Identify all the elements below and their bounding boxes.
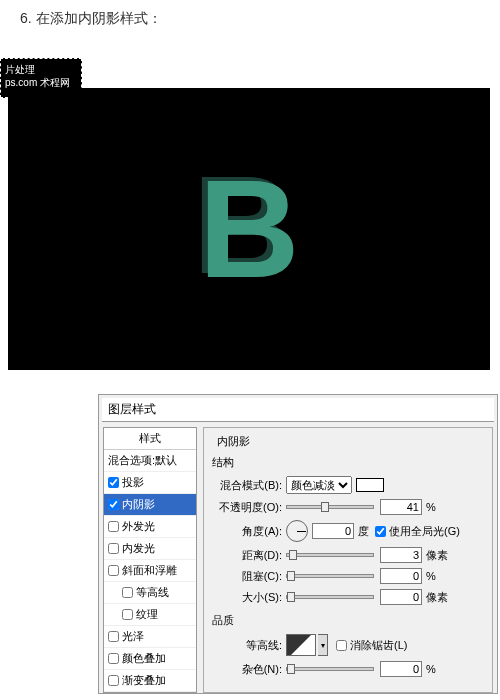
size-row: 大小(S): 像素: [210, 589, 486, 605]
style-item-11[interactable]: 图案叠加: [104, 692, 196, 693]
size-label: 大小(S):: [210, 590, 286, 605]
style-item-3[interactable]: 外发光: [104, 516, 196, 538]
style-item-10[interactable]: 渐变叠加: [104, 670, 196, 692]
size-input[interactable]: [380, 589, 422, 605]
noise-unit: %: [426, 663, 436, 675]
style-checkbox[interactable]: [108, 675, 119, 686]
style-checkbox[interactable]: [122, 609, 133, 620]
contour-dropdown-icon[interactable]: ▾: [318, 634, 328, 656]
blend-mode-select[interactable]: 颜色减淡: [286, 476, 352, 494]
preview-letter-front: B: [198, 150, 299, 307]
style-checkbox[interactable]: [108, 477, 119, 488]
contour-row: 等高线: ▾ 消除锯齿(L): [210, 634, 486, 656]
noise-label: 杂色(N):: [210, 662, 286, 677]
style-item-7[interactable]: 纹理: [104, 604, 196, 626]
styles-list: 样式 混合选项:默认投影内阴影外发光内发光斜面和浮雕等高线纹理光泽颜色叠加渐变叠…: [103, 427, 197, 693]
style-checkbox[interactable]: [122, 587, 133, 598]
quality-subtitle: 品质: [212, 613, 486, 628]
layer-style-dialog: 图层样式 样式 混合选项:默认投影内阴影外发光内发光斜面和浮雕等高线纹理光泽颜色…: [98, 394, 498, 694]
global-light-label: 使用全局光(G): [389, 524, 460, 539]
distance-input[interactable]: [380, 547, 422, 563]
noise-input[interactable]: [380, 661, 422, 677]
style-item-label: 等高线: [136, 585, 169, 600]
inner-shadow-fieldset: 内阴影 结构 混合模式(B): 颜色减淡 不透明度(O): %: [203, 427, 493, 693]
step-title: 6. 在添加内阴影样式：: [0, 0, 500, 38]
opacity-unit: %: [426, 501, 436, 513]
styles-header: 样式: [104, 428, 196, 450]
style-item-5[interactable]: 斜面和浮雕: [104, 560, 196, 582]
style-item-6[interactable]: 等高线: [104, 582, 196, 604]
style-item-0[interactable]: 混合选项:默认: [104, 450, 196, 472]
style-checkbox[interactable]: [108, 543, 119, 554]
blend-mode-row: 混合模式(B): 颜色减淡: [210, 476, 486, 494]
style-item-label: 斜面和浮雕: [122, 563, 177, 578]
distance-label: 距离(D):: [210, 548, 286, 563]
structure-subtitle: 结构: [212, 455, 486, 470]
choke-unit: %: [426, 570, 436, 582]
antialias-checkbox[interactable]: [336, 640, 347, 651]
opacity-row: 不透明度(O): %: [210, 499, 486, 515]
contour-swatch[interactable]: [286, 634, 316, 656]
inner-shadow-title: 内阴影: [214, 434, 253, 449]
settings-column: 内阴影 结构 混合模式(B): 颜色减淡 不透明度(O): %: [197, 427, 493, 693]
angle-dial[interactable]: [286, 520, 308, 542]
style-item-label: 纹理: [136, 607, 158, 622]
noise-slider[interactable]: [286, 667, 374, 671]
distance-slider[interactable]: [286, 553, 374, 557]
angle-input[interactable]: [312, 523, 354, 539]
style-checkbox[interactable]: [108, 653, 119, 664]
layer-style-wrap: 图层样式 样式 混合选项:默认投影内阴影外发光内发光斜面和浮雕等高线纹理光泽颜色…: [0, 394, 500, 694]
style-item-4[interactable]: 内发光: [104, 538, 196, 560]
style-item-label: 渐变叠加: [122, 673, 166, 688]
choke-input[interactable]: [380, 568, 422, 584]
antialias-label: 消除锯齿(L): [350, 638, 407, 653]
style-item-label: 颜色叠加: [122, 651, 166, 666]
dialog-title: 图层样式: [102, 398, 494, 422]
preview-canvas: B B: [8, 88, 490, 370]
blend-mode-label: 混合模式(B):: [210, 478, 286, 493]
style-checkbox[interactable]: [108, 521, 119, 532]
noise-row: 杂色(N): %: [210, 661, 486, 677]
angle-unit: 度: [358, 524, 369, 539]
distance-unit: 像素: [426, 548, 448, 563]
angle-row: 角度(A): 度 使用全局光(G): [210, 520, 486, 542]
choke-slider[interactable]: [286, 574, 374, 578]
style-item-8[interactable]: 光泽: [104, 626, 196, 648]
opacity-label: 不透明度(O):: [210, 500, 286, 515]
style-checkbox[interactable]: [108, 565, 119, 576]
style-checkbox[interactable]: [108, 631, 119, 642]
style-item-2[interactable]: 内阴影: [104, 494, 196, 516]
watermark-line1: 片处理: [5, 63, 77, 76]
choke-row: 阻塞(C): %: [210, 568, 486, 584]
size-unit: 像素: [426, 590, 448, 605]
contour-label: 等高线:: [210, 638, 286, 653]
color-swatch[interactable]: [356, 478, 384, 492]
opacity-input[interactable]: [380, 499, 422, 515]
choke-label: 阻塞(C):: [210, 569, 286, 584]
distance-row: 距离(D): 像素: [210, 547, 486, 563]
style-checkbox[interactable]: [108, 499, 119, 510]
angle-label: 角度(A):: [210, 524, 286, 539]
style-item-label: 内发光: [122, 541, 155, 556]
size-slider[interactable]: [286, 595, 374, 599]
style-item-label: 混合选项:默认: [108, 453, 177, 468]
style-item-label: 外发光: [122, 519, 155, 534]
opacity-slider[interactable]: [286, 505, 374, 509]
style-item-label: 内阴影: [122, 497, 155, 512]
global-light-checkbox[interactable]: [375, 526, 386, 537]
style-item-label: 光泽: [122, 629, 144, 644]
style-item-9[interactable]: 颜色叠加: [104, 648, 196, 670]
style-item-label: 投影: [122, 475, 144, 490]
style-item-1[interactable]: 投影: [104, 472, 196, 494]
preview-letter-wrap: B B: [198, 148, 299, 310]
